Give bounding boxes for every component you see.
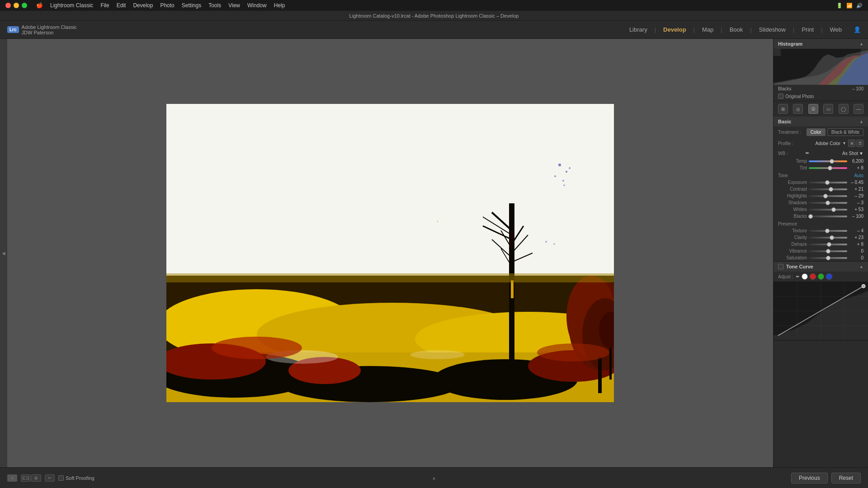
vibrance-slider[interactable] <box>809 250 847 252</box>
temp-slider[interactable] <box>809 160 847 162</box>
single-view-btn[interactable]: ▪ <box>7 474 17 482</box>
soft-proof-toggle[interactable]: Soft Proofing <box>58 475 94 481</box>
tint-slider-row: Tint + 8 <box>774 164 868 171</box>
basic-panel: Basic ▲ Treatment : Color Black & White … <box>774 117 868 262</box>
nav-library[interactable]: Library <box>625 24 652 35</box>
profile-value[interactable]: Adobe Color <box>815 141 840 146</box>
white-channel-btn[interactable] <box>802 273 808 280</box>
window-menu[interactable]: Window <box>247 2 267 9</box>
graduated-filter-tool[interactable]: ▭ <box>823 104 833 114</box>
nav-map[interactable]: Map <box>698 24 718 35</box>
red-channel-btn[interactable] <box>810 273 816 280</box>
maximize-button[interactable] <box>22 3 27 8</box>
tone-curve-enable[interactable] <box>778 264 783 269</box>
dehaze-slider-row: Dehaze + 8 <box>774 241 868 248</box>
view-menu[interactable]: View <box>228 2 240 9</box>
minimize-button[interactable] <box>14 3 19 8</box>
clarity-label: Clarity <box>778 235 807 240</box>
crop-tool[interactable]: ⊞ <box>778 104 788 114</box>
bw-treatment-btn[interactable]: Black & White <box>827 128 863 136</box>
compare-view-btn[interactable]: ⊏⊐ <box>21 474 31 482</box>
nav-print[interactable]: Print <box>797 24 818 35</box>
highlights-slider-row: Highlights – 29 <box>774 192 868 199</box>
tone-auto-btn[interactable]: Auto <box>854 173 863 178</box>
exposure-slider[interactable] <box>809 182 847 183</box>
red-eye-tool[interactable]: ⦿ <box>808 104 818 114</box>
file-menu[interactable]: File <box>100 2 109 9</box>
nav-slideshow[interactable]: Slideshow <box>755 24 790 35</box>
exposure-thumb[interactable] <box>825 180 830 185</box>
wb-eyedropper-tool[interactable]: ✒ <box>805 150 810 156</box>
expand-toolbar-arrow[interactable]: ▲ <box>432 475 436 480</box>
radial-filter-tool[interactable]: ◯ <box>839 104 849 114</box>
tint-slider[interactable] <box>809 167 847 169</box>
survey-view-btn[interactable]: ⊞ <box>31 474 41 482</box>
blacks-slider[interactable] <box>809 216 847 217</box>
shadows-slider[interactable] <box>809 202 847 204</box>
histogram-label: Histogram <box>778 41 802 47</box>
profile-grid-view[interactable]: ⊞ <box>848 140 855 147</box>
green-channel-btn[interactable] <box>818 273 824 280</box>
highlights-thumb[interactable] <box>823 194 828 198</box>
wb-preset[interactable]: As Shot ▼ <box>842 151 863 156</box>
photo-menu[interactable]: Photo <box>160 2 174 9</box>
color-treatment-btn[interactable]: Color <box>807 128 826 136</box>
main-content: ◀ <box>0 39 868 467</box>
spot-removal-tool[interactable]: ◎ <box>793 104 803 114</box>
bottom-toolbar: ▪ ⊏⊐ ⊞ ✂ Soft Proofing ▲ Previous Reset <box>0 467 868 488</box>
profile-dropdown-arrow[interactable]: ▼ <box>842 141 846 145</box>
point-curve-icon[interactable]: ✒ <box>796 274 800 280</box>
texture-thumb[interactable] <box>825 229 830 233</box>
saturation-slider[interactable] <box>809 257 847 259</box>
whites-slider[interactable] <box>809 209 847 211</box>
develop-menu[interactable]: Develop <box>133 2 153 9</box>
tone-curve-header[interactable]: Tone Curve ▲ <box>774 262 868 272</box>
treatment-buttons: Color Black & White <box>807 128 863 136</box>
dehaze-slider[interactable] <box>809 244 847 245</box>
svg-point-43 <box>545 241 547 243</box>
svg-point-36 <box>537 343 609 361</box>
shadows-thumb[interactable] <box>826 201 830 205</box>
basic-panel-header[interactable]: Basic ▲ <box>774 117 868 127</box>
window-controls[interactable] <box>5 3 27 8</box>
vibrance-label: Vibrance <box>778 249 807 253</box>
left-panel-arrow: ◀ <box>2 251 5 256</box>
vibrance-thumb[interactable] <box>826 249 830 253</box>
blacks-thumb[interactable] <box>808 214 813 219</box>
identity-plate[interactable]: 👤 <box>854 26 861 33</box>
original-photo-checkbox[interactable] <box>778 94 783 99</box>
blue-channel-btn[interactable] <box>826 273 832 280</box>
temp-thumb[interactable] <box>830 159 834 164</box>
contrast-thumb[interactable] <box>829 187 833 192</box>
tint-thumb[interactable] <box>828 166 832 170</box>
histogram-header[interactable]: Histogram ▲ <box>774 39 868 49</box>
nav-web[interactable]: Web <box>826 24 847 35</box>
highlights-value: – 29 <box>849 193 863 198</box>
profile-list-view[interactable]: ☰ <box>856 140 863 147</box>
settings-menu[interactable]: Settings <box>182 2 201 9</box>
soft-proof-checkbox[interactable] <box>58 475 64 481</box>
nav-book[interactable]: Book <box>725 24 748 35</box>
clarity-slider[interactable] <box>809 237 847 239</box>
image-area <box>7 39 773 467</box>
clarity-thumb[interactable] <box>830 235 834 240</box>
basic-label: Basic <box>778 119 791 124</box>
tools-menu[interactable]: Tools <box>208 2 221 9</box>
help-menu[interactable]: Help <box>274 2 285 9</box>
edit-menu[interactable]: Edit <box>117 2 126 9</box>
saturation-thumb[interactable] <box>826 256 830 260</box>
left-panel-toggle[interactable]: ◀ <box>0 39 7 467</box>
crop-overlay-btn[interactable]: ✂ <box>45 474 55 482</box>
nav-develop[interactable]: Develop <box>659 24 691 35</box>
close-button[interactable] <box>5 3 11 8</box>
app-name-menu[interactable]: Lightroom Classic <box>50 2 93 9</box>
highlights-slider[interactable] <box>809 195 847 197</box>
contrast-slider[interactable] <box>809 188 847 190</box>
apple-icon[interactable]: 🍎 <box>36 2 43 9</box>
whites-thumb[interactable] <box>831 207 836 212</box>
previous-button[interactable]: Previous <box>791 473 828 483</box>
texture-slider[interactable] <box>809 230 847 232</box>
dehaze-thumb[interactable] <box>827 242 831 247</box>
adjustment-brush-tool[interactable]: — <box>854 104 863 114</box>
reset-button[interactable]: Reset <box>831 473 861 483</box>
